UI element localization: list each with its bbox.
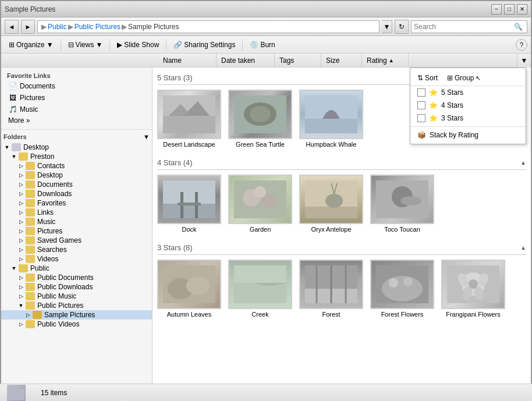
image-thumb-forest xyxy=(299,260,363,309)
checkbox-4stars[interactable] xyxy=(417,101,425,109)
col-header-dropdown-button[interactable]: ▼ xyxy=(517,54,531,68)
tree-item-public-pictures[interactable]: ▼ Public Pictures xyxy=(1,301,152,310)
sharing-icon: 🔗 xyxy=(173,41,182,49)
tree-item-desktop2[interactable]: ▷ Desktop xyxy=(1,171,152,180)
image-item-creek[interactable]: Creek xyxy=(228,260,292,318)
views-icon: ⊟ xyxy=(68,41,74,49)
image-item-toucan[interactable]: Toco Toucan xyxy=(370,175,434,233)
pictures-icon: 🖼 xyxy=(8,93,17,102)
breadcrumb-public[interactable]: Public xyxy=(48,23,67,31)
tree-item-public-videos[interactable]: ▷ Public Videos xyxy=(1,320,152,329)
folder-icon-music xyxy=(26,218,35,226)
help-button[interactable]: ? xyxy=(516,39,527,51)
tree-item-documents[interactable]: ▷ Documents xyxy=(1,180,152,189)
sidebar-item-documents[interactable]: 📄 Documents xyxy=(3,80,150,92)
sort-button[interactable]: ⇅ Sort xyxy=(415,73,440,83)
views-button[interactable]: ⊟ Views ▼ xyxy=(64,38,107,52)
image-item-forest[interactable]: Forest xyxy=(299,260,363,318)
refresh-button[interactable]: ↻ xyxy=(395,20,409,34)
address-dropdown-button[interactable]: ▼ xyxy=(382,20,392,33)
tree-item-public-documents[interactable]: ▷ Public Documents xyxy=(1,273,152,282)
sharing-button[interactable]: 🔗 Sharing Settings xyxy=(169,38,239,52)
breadcrumb-public-pictures[interactable]: Public Pictures xyxy=(75,23,120,31)
group-collapse-3stars[interactable]: ▲ xyxy=(520,244,526,251)
tree-item-saved-games[interactable]: ▷ Saved Games xyxy=(1,236,152,245)
group-collapse-4stars[interactable]: ▲ xyxy=(520,159,526,166)
dropdown-item-5stars[interactable]: ⭐ 5 Stars xyxy=(410,86,526,99)
col-header-name[interactable]: Name xyxy=(158,54,217,67)
checkbox-3stars[interactable] xyxy=(417,114,425,122)
folder-icon-documents xyxy=(26,180,35,189)
sidebar-item-more[interactable]: More » xyxy=(3,115,150,126)
burn-button[interactable]: 💿 Burn xyxy=(246,38,279,52)
tree-item-downloads[interactable]: ▷ Downloads xyxy=(1,189,152,198)
col-header-tags[interactable]: Tags xyxy=(275,54,321,67)
expand-public-music: ▷ xyxy=(17,293,24,300)
dropdown-item-4stars[interactable]: ⭐ 4 Stars xyxy=(410,99,526,112)
expand-public-videos: ▷ xyxy=(17,321,24,328)
image-item-oryx[interactable]: Oryx Antelope xyxy=(299,175,363,233)
tree-item-preston[interactable]: ▼ Preston xyxy=(1,152,152,161)
group-button[interactable]: ⊞ Group ↖ xyxy=(445,73,483,83)
tree-label-pictures: Pictures xyxy=(37,227,62,235)
forward-button[interactable]: ► xyxy=(21,20,35,34)
tree-item-pictures[interactable]: ▷ Pictures xyxy=(1,226,152,236)
checkbox-5stars[interactable] xyxy=(417,88,425,97)
tree-item-contacts[interactable]: ▷ Contacts xyxy=(1,161,152,171)
close-button[interactable]: ✕ xyxy=(517,4,527,15)
image-item-frangipani[interactable]: Frangipani Flowers xyxy=(441,260,505,318)
tree-item-public-downloads[interactable]: ▷ Public Downloads xyxy=(1,282,152,292)
views-arrow: ▼ xyxy=(95,41,102,49)
group-header-3stars: 3 Stars (8) ▲ xyxy=(157,240,526,255)
back-button[interactable]: ◄ xyxy=(5,20,19,34)
col-header-rating[interactable]: Rating ▲ xyxy=(362,54,409,67)
sidebar-item-pictures[interactable]: 🖼 Pictures xyxy=(3,92,150,104)
image-item-humpback-whale[interactable]: Humpback Whale xyxy=(299,90,363,148)
image-thumb-oryx xyxy=(299,175,363,224)
tree-label-sample-pictures: Sample Pictures xyxy=(44,311,95,319)
expand-public-documents: ▷ xyxy=(17,274,24,281)
tree-label-public: Public xyxy=(30,264,49,272)
tree-item-music[interactable]: ▷ Music xyxy=(1,217,152,226)
expand-saved-games: ▷ xyxy=(17,237,24,244)
sidebar-item-music[interactable]: 🎵 Music xyxy=(3,104,150,115)
image-label-whale: Humpback Whale xyxy=(306,141,357,148)
svg-rect-8 xyxy=(305,119,357,133)
image-item-dock[interactable]: Dock xyxy=(157,175,221,233)
dropdown-item-stack[interactable]: 📦 Stack by Rating xyxy=(410,129,526,141)
search-box[interactable]: 🔍 xyxy=(411,20,527,33)
toolbar-separator-2 xyxy=(109,39,110,51)
dropdown-item-3stars[interactable]: ⭐ 3 Stars xyxy=(410,112,526,125)
svg-rect-10 xyxy=(163,204,215,218)
tree-item-videos[interactable]: ▷ Videos xyxy=(1,254,152,264)
tree-item-favorites[interactable]: ▷ Favorites xyxy=(1,198,152,208)
image-item-forest-flowers[interactable]: Forest Flowers xyxy=(370,260,434,318)
image-item-green-sea-turtle[interactable]: Green Sea Turtle xyxy=(228,90,292,148)
organize-button[interactable]: ⊞ Organize ▼ xyxy=(5,38,58,52)
group-title-4stars: 4 Stars (4) xyxy=(157,158,193,167)
image-item-autumn-leaves[interactable]: Autumn Leaves xyxy=(157,260,221,318)
breadcrumb-root-icon: ▶ xyxy=(41,23,47,31)
tree-item-sample-pictures[interactable]: ▷ Sample Pictures xyxy=(1,310,152,320)
folders-section: Folders ▼ ▼ Desktop ▼ Preston ▷ xyxy=(1,130,152,332)
slideshow-button[interactable]: ▶ Slide Show xyxy=(113,38,163,52)
address-path[interactable]: ▶ Public ▶ Public Pictures ▶ Sample Pict… xyxy=(37,20,380,33)
expand-videos: ▷ xyxy=(17,255,24,262)
image-item-desert-landscape[interactable]: Desert Landscape xyxy=(157,90,221,148)
tree-item-public[interactable]: ▼ Public xyxy=(1,264,152,273)
tree-item-desktop[interactable]: ▼ Desktop xyxy=(1,143,152,152)
folders-toggle[interactable]: ▼ xyxy=(143,133,150,140)
search-icon[interactable]: 🔍 xyxy=(513,22,523,32)
tree-item-public-music[interactable]: ▷ Public Music xyxy=(1,292,152,301)
minimize-button[interactable]: − xyxy=(491,4,502,15)
star-icon-5: ⭐ xyxy=(429,88,438,97)
col-header-size[interactable]: Size xyxy=(321,54,362,67)
image-item-garden[interactable]: Garden xyxy=(228,175,292,233)
col-header-date[interactable]: Date taken xyxy=(217,54,275,67)
expand-downloads: ▷ xyxy=(17,190,24,197)
folder-icon-public xyxy=(19,264,28,272)
tree-item-searches[interactable]: ▷ Searches xyxy=(1,245,152,254)
maximize-button[interactable]: □ xyxy=(504,4,515,15)
tree-item-links[interactable]: ▷ Links xyxy=(1,208,152,217)
search-input[interactable] xyxy=(414,23,513,31)
